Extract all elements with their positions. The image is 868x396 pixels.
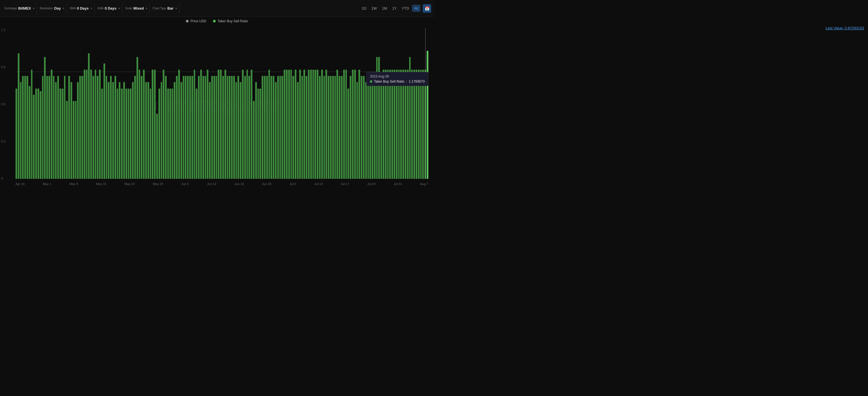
bar-item bbox=[119, 82, 120, 179]
bar-item bbox=[196, 89, 197, 179]
y-axis: 1.2 0.9 0.6 0.3 0 bbox=[1, 25, 5, 187]
bar-item bbox=[134, 76, 136, 179]
bar-item bbox=[49, 76, 50, 179]
bar-item bbox=[259, 89, 261, 179]
ema-value[interactable]: 0 Days bbox=[104, 6, 117, 10]
y-label-0.6: 0.6 bbox=[1, 102, 5, 106]
sma-dropdown-arrow[interactable]: ▼ bbox=[90, 7, 93, 10]
tooltip-date: 2023 Aug 08 bbox=[370, 74, 425, 79]
bar-item bbox=[233, 76, 235, 179]
bar-item bbox=[227, 76, 228, 179]
bar-item bbox=[132, 82, 134, 179]
bar-item bbox=[20, 82, 22, 179]
calendar-button[interactable]: 📅 bbox=[423, 4, 431, 13]
exchange-value[interactable]: BitMEX bbox=[18, 6, 31, 10]
bar-item bbox=[22, 76, 24, 179]
bar-item bbox=[86, 70, 88, 179]
bar-item bbox=[332, 76, 334, 179]
bar-item bbox=[374, 76, 376, 179]
bar-item bbox=[198, 76, 200, 179]
bar-item bbox=[189, 76, 191, 179]
bar-item bbox=[273, 76, 274, 179]
bar-item bbox=[154, 70, 156, 179]
bar-item bbox=[218, 70, 219, 179]
bar-item bbox=[207, 70, 208, 179]
bar-item bbox=[31, 70, 33, 179]
resolution-dropdown-arrow[interactable]: ▼ bbox=[62, 7, 65, 10]
bar-item bbox=[297, 82, 299, 179]
ema-label: EMA bbox=[97, 7, 103, 10]
x-axis-label: May 22 bbox=[125, 182, 135, 186]
bar-item bbox=[165, 76, 167, 179]
sma-label: SMA bbox=[70, 7, 76, 10]
scale-value[interactable]: Mixed bbox=[133, 6, 144, 10]
bar-item bbox=[359, 70, 360, 179]
bar-item bbox=[248, 76, 250, 179]
bar-item bbox=[266, 76, 268, 179]
bar-item bbox=[323, 76, 325, 179]
bar-item bbox=[328, 76, 330, 179]
bar-item bbox=[354, 70, 356, 179]
bar-item bbox=[167, 89, 169, 179]
bar-item bbox=[128, 89, 129, 179]
bar-item bbox=[60, 89, 61, 179]
bar-item bbox=[66, 101, 68, 179]
bar-item bbox=[321, 70, 323, 179]
time-btn-all[interactable]: All bbox=[412, 5, 421, 12]
bar-item bbox=[169, 89, 171, 179]
scale-label: Scale bbox=[125, 7, 132, 10]
bar-item bbox=[365, 82, 367, 179]
time-btn-1w[interactable]: 1W bbox=[369, 5, 379, 12]
bar-item bbox=[148, 82, 149, 179]
bar-item bbox=[99, 70, 101, 179]
bar-item bbox=[286, 70, 288, 179]
bar-item bbox=[216, 76, 217, 179]
bar-item bbox=[40, 91, 41, 179]
exchange-label: Exchange bbox=[4, 7, 17, 10]
ema-dropdown-arrow[interactable]: ▼ bbox=[118, 7, 120, 10]
x-axis: Apr 24May 1May 8May 15May 22May 29Jun 5J… bbox=[16, 182, 428, 186]
y-label-0.9: 0.9 bbox=[1, 65, 5, 69]
bar-item bbox=[108, 82, 110, 179]
bar-item bbox=[363, 76, 365, 179]
bar-item bbox=[152, 70, 153, 179]
bar-item bbox=[288, 70, 290, 179]
x-axis-label: Jul 31 bbox=[394, 182, 402, 186]
sma-value[interactable]: 0 Days bbox=[77, 6, 89, 10]
time-btn-1y[interactable]: 1Y bbox=[390, 5, 399, 12]
legend-price-usd: Price USD bbox=[186, 19, 206, 23]
bar-item bbox=[75, 101, 77, 179]
bar-item bbox=[161, 82, 162, 179]
chart-type-value[interactable]: Bar bbox=[167, 6, 174, 10]
scale-dropdown-arrow[interactable]: ▼ bbox=[145, 7, 148, 10]
bar-item bbox=[181, 82, 182, 179]
bar-item bbox=[73, 101, 74, 179]
exchange-dropdown-arrow[interactable]: ▼ bbox=[32, 7, 35, 10]
chart-type-dropdown-arrow[interactable]: ▼ bbox=[175, 7, 177, 10]
bar-item bbox=[299, 70, 301, 179]
bar-item bbox=[176, 76, 178, 179]
exchange-group: Exchange BitMEX ▼ bbox=[3, 3, 37, 14]
bar-item bbox=[347, 89, 349, 179]
bar-item bbox=[156, 114, 158, 179]
time-btn-1m[interactable]: 1M bbox=[380, 5, 390, 12]
bar-item bbox=[369, 76, 371, 179]
x-axis-label: Jun 12 bbox=[207, 182, 216, 186]
bar-item bbox=[380, 76, 382, 179]
resolution-value[interactable]: Day bbox=[54, 6, 61, 10]
legend-price-label: Price USD bbox=[190, 19, 206, 23]
bar-item bbox=[220, 70, 222, 179]
bar-item bbox=[203, 76, 204, 179]
bar-item bbox=[229, 76, 230, 179]
bar-item bbox=[200, 70, 202, 179]
x-axis-label: Jul 24 bbox=[367, 182, 375, 186]
bar-item bbox=[42, 76, 44, 179]
bar-item bbox=[51, 70, 53, 179]
bar-item bbox=[123, 82, 125, 179]
bar-item bbox=[222, 76, 224, 179]
bar-item bbox=[367, 76, 369, 179]
bar-item bbox=[279, 76, 281, 179]
time-btn-ytd[interactable]: YTD bbox=[400, 5, 411, 12]
time-btn-1d[interactable]: 1D bbox=[359, 5, 369, 12]
bar-item bbox=[319, 76, 321, 179]
